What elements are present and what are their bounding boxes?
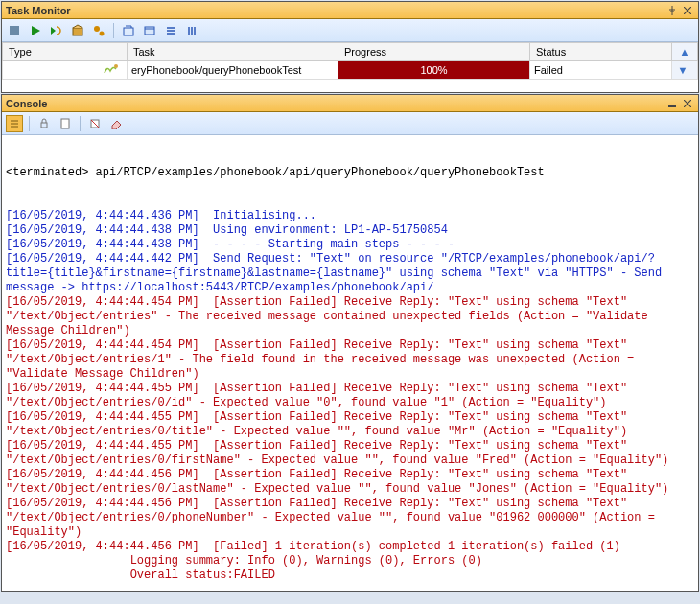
svg-rect-16	[668, 105, 676, 107]
svg-rect-21	[61, 119, 69, 128]
window-icon[interactable]	[141, 22, 158, 39]
task-name-cell: eryPhonebook/queryPhonebookTest	[128, 61, 338, 80]
console-line: [16/05/2019, 4:44:44.456 PM] [Assertion …	[6, 468, 694, 497]
run-repeat-icon[interactable]	[48, 22, 65, 39]
console-line: Overall status:FAILED	[6, 569, 694, 583]
svg-marker-24	[112, 121, 121, 129]
list-icon[interactable]	[162, 22, 179, 39]
separator	[113, 23, 114, 38]
console-line: [16/05/2019, 4:44:44.442 PM] Send Reques…	[6, 252, 694, 295]
task-table: Type Task Progress Status ▲ eryPhonebook…	[2, 42, 698, 80]
svg-point-15	[114, 64, 118, 68]
task-row[interactable]: eryPhonebook/queryPhonebookTest 100% Fai…	[3, 61, 698, 80]
package-icon[interactable]	[69, 22, 86, 39]
col-type[interactable]: Type	[3, 43, 128, 61]
console-line: [16/05/2019, 4:44:44.455 PM] [Assertion …	[6, 382, 694, 410]
pin-icon[interactable]	[665, 4, 679, 17]
clear-icon[interactable]	[120, 22, 137, 39]
svg-rect-20	[41, 123, 47, 128]
stop-icon[interactable]	[6, 22, 23, 39]
eraser-icon[interactable]	[107, 115, 125, 132]
console-line: [16/05/2019, 4:44:44.454 PM] [Assertion …	[6, 295, 694, 338]
minimize-icon[interactable]	[665, 97, 679, 110]
task-status-cell: Failed	[530, 61, 672, 80]
console-line: Logging summary: Info (0), Warnings (0),…	[6, 554, 694, 569]
console-line: [16/05/2019, 4:44:44.438 PM] Using envir…	[6, 223, 694, 238]
svg-point-5	[100, 31, 105, 35]
output-tab-icon[interactable]	[6, 115, 23, 132]
close-icon[interactable]	[681, 97, 694, 110]
console-line: [16/05/2019, 4:44:44.438 PM] - - - - Sta…	[6, 238, 694, 252]
separator	[29, 116, 30, 131]
console-toolbar	[2, 112, 698, 135]
svg-marker-2	[51, 27, 56, 35]
separator	[80, 116, 81, 131]
gears-icon[interactable]	[90, 22, 107, 39]
console-line: [16/05/2019, 4:44:44.455 PM] [Assertion …	[6, 410, 694, 439]
task-monitor-toolbar	[2, 19, 698, 42]
task-monitor-title: Task Monitor	[6, 5, 664, 16]
col-task[interactable]: Task	[128, 43, 338, 61]
scroll-up[interactable]: ▲	[672, 43, 698, 61]
console-line: [16/05/2019, 4:44:44.456 PM] [Assertion …	[6, 497, 694, 540]
task-monitor-titlebar: Task Monitor	[2, 2, 698, 19]
console-titlebar: Console	[2, 95, 698, 112]
console-header: <terminated> api/RTCP/examples/phonebook…	[6, 166, 694, 180]
console-line: [16/05/2019, 4:44:44.456 PM] [Failed] 1 …	[6, 540, 694, 554]
svg-rect-7	[145, 27, 154, 35]
console-line: [16/05/2019, 4:44:44.454 PM] [Assertion …	[6, 338, 694, 382]
run-icon[interactable]	[27, 22, 44, 39]
svg-rect-6	[124, 28, 133, 35]
lock-icon[interactable]	[35, 115, 53, 132]
svg-marker-1	[32, 26, 40, 35]
svg-point-4	[94, 26, 100, 32]
console-line: [16/05/2019, 4:44:44.455 PM] [Assertion …	[6, 439, 694, 468]
options-icon[interactable]	[183, 22, 200, 39]
progress-bar: 100%	[338, 61, 529, 79]
task-monitor-panel: Task Monitor Type Task Progress Status ▲…	[1, 1, 699, 93]
scroll-down[interactable]: ▼	[672, 61, 698, 80]
task-progress-cell: 100%	[338, 61, 530, 80]
console-line: [16/05/2019, 4:44:44.436 PM] Initialisin…	[6, 209, 694, 223]
task-type-icon	[3, 61, 128, 80]
console-panel: Console <terminated> api/RTCP/examples/p…	[1, 94, 699, 592]
page-icon[interactable]	[57, 115, 74, 132]
svg-rect-0	[10, 26, 19, 35]
svg-rect-3	[73, 28, 82, 35]
console-body[interactable]: <terminated> api/RTCP/examples/phonebook…	[2, 135, 698, 591]
close-icon[interactable]	[681, 4, 694, 17]
col-progress[interactable]: Progress	[338, 43, 530, 61]
col-status[interactable]: Status	[530, 43, 672, 61]
clear-console-icon[interactable]	[86, 115, 104, 132]
console-title: Console	[6, 98, 664, 109]
